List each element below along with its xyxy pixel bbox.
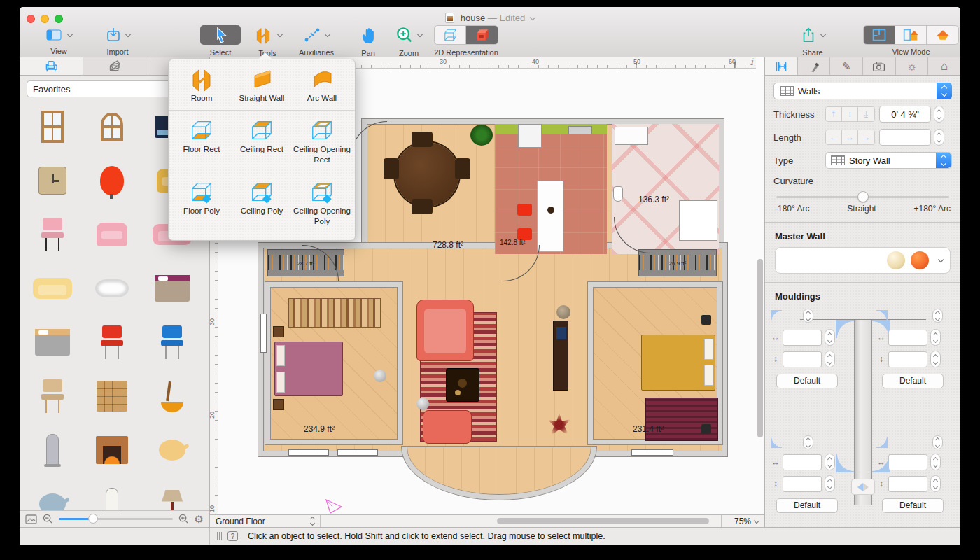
divider-grip[interactable] — [217, 532, 222, 540]
floor-selector[interactable]: Ground Floor — [210, 515, 321, 527]
width-stepper[interactable] — [930, 329, 941, 346]
view-mode-plan-button[interactable] — [864, 26, 895, 44]
help-icon[interactable]: ? — [227, 531, 238, 541]
align-top-button[interactable]: ⤒ — [826, 107, 842, 121]
window-segment[interactable] — [288, 449, 329, 456]
view-button[interactable] — [41, 25, 77, 45]
canvas-vertical-scrollbar[interactable] — [757, 259, 763, 438]
window-segment[interactable] — [631, 449, 673, 456]
tool-arc-wall[interactable]: Arc Wall — [293, 66, 351, 103]
bay-window[interactable] — [402, 447, 596, 500]
length-field[interactable] — [879, 129, 931, 146]
moulding-width-field[interactable] — [888, 330, 927, 346]
library-item-bathtub[interactable] — [83, 261, 143, 315]
toilet[interactable] — [613, 186, 623, 202]
tab-materials[interactable] — [83, 57, 147, 75]
library-item-wooden-bed[interactable] — [22, 315, 83, 369]
auxiliaries-button[interactable] — [298, 25, 335, 45]
kitchen-stool[interactable] — [517, 204, 532, 216]
dining-chair[interactable] — [384, 158, 399, 179]
zoom-button[interactable] — [391, 25, 427, 45]
library-item-arched-window[interactable] — [83, 99, 143, 153]
wall-type-stepper[interactable] — [936, 153, 951, 168]
library-item-shelving-unit[interactable] — [83, 369, 143, 423]
view-mode-3d-button[interactable] — [927, 26, 958, 44]
length-stepper[interactable] — [934, 129, 944, 146]
width-stepper[interactable] — [930, 454, 941, 470]
import-button[interactable] — [100, 25, 135, 45]
default-button[interactable]: Default — [776, 498, 838, 513]
align-bottom-button[interactable]: ⤓ — [858, 107, 874, 121]
library-item-floor-lamp[interactable] — [83, 477, 143, 510]
default-button[interactable]: Default — [882, 374, 944, 388]
tab-building[interactable]: ⌂ — [928, 57, 960, 75]
window-segment[interactable] — [337, 449, 378, 456]
select-button[interactable] — [200, 25, 241, 45]
nightstand[interactable] — [273, 326, 284, 337]
dresser[interactable] — [553, 321, 568, 391]
moulding-height-field[interactable] — [888, 476, 927, 492]
tab-lighting[interactable]: ☼ — [896, 57, 929, 75]
coffee-table[interactable] — [446, 368, 479, 402]
category-select[interactable]: Favorites — [27, 80, 187, 97]
zoom-out-icon[interactable] — [43, 514, 53, 524]
wall-type-select[interactable]: Story Wall — [825, 152, 952, 169]
bathroom-sink-counter[interactable] — [615, 127, 648, 145]
tools-button[interactable] — [248, 25, 287, 45]
thickness-stepper[interactable] — [934, 106, 944, 122]
library-item-glass-door[interactable] — [22, 99, 83, 153]
kitchen-island[interactable] — [537, 181, 564, 252]
plant[interactable] — [470, 125, 493, 146]
height-stepper[interactable] — [930, 351, 941, 368]
moulding-width-field[interactable] — [783, 330, 822, 346]
kitchen-fridge[interactable] — [518, 124, 542, 148]
tab-camera[interactable] — [863, 57, 896, 75]
library-item-blue-jar[interactable] — [22, 477, 83, 510]
bedroom-right-rug[interactable] — [645, 398, 718, 441]
object-type-select[interactable]: Walls — [774, 83, 937, 99]
bedroom-right-bed[interactable] — [641, 335, 715, 391]
mirror-button[interactable] — [851, 479, 875, 495]
canvas-horizontal-scroll-track[interactable] — [321, 515, 721, 527]
library-item-country-chair[interactable] — [22, 369, 83, 423]
library-item-fireplace[interactable] — [83, 423, 143, 477]
tab-edit[interactable]: ✎ — [830, 57, 863, 75]
thumbnail-view-icon[interactable] — [25, 514, 37, 524]
library-item-table-lamp[interactable] — [142, 477, 202, 510]
profile-stepper[interactable] — [932, 309, 943, 323]
width-stepper[interactable] — [825, 454, 835, 470]
default-button[interactable]: Default — [882, 498, 944, 513]
bedroom-left-rug[interactable] — [288, 298, 381, 328]
dining-chair[interactable] — [412, 199, 433, 214]
moulding-height-field[interactable] — [783, 351, 822, 368]
view-mode-split-button[interactable] — [895, 26, 927, 44]
representation-2d-button[interactable] — [466, 26, 498, 44]
extend-right-button[interactable]: → — [858, 130, 874, 144]
height-stepper[interactable] — [825, 351, 835, 368]
tool-ceiling-rect[interactable]: Ceiling Rect — [232, 118, 291, 164]
tool-floor-poly[interactable]: Floor Poly — [172, 179, 231, 226]
auxiliary-marker[interactable] — [323, 497, 344, 514]
library-item-egg-chair[interactable] — [83, 153, 143, 207]
zoom-level-control[interactable]: 75% — [721, 515, 764, 527]
width-stepper[interactable] — [825, 329, 835, 346]
title-chevron-icon[interactable] — [530, 15, 536, 20]
master-wall-select[interactable] — [775, 247, 951, 274]
dining-chair[interactable] — [455, 158, 470, 179]
door[interactable] — [351, 121, 387, 158]
tab-materials-inspector[interactable] — [798, 57, 831, 75]
tool-room[interactable]: Room — [172, 66, 231, 103]
library-item-red-chair[interactable] — [83, 315, 143, 369]
sofa-small[interactable] — [423, 410, 472, 444]
extend-left-button[interactable]: ← — [826, 130, 842, 144]
profile-stepper[interactable] — [803, 435, 813, 449]
library-item-pink-armchair[interactable] — [83, 207, 143, 261]
dining-table[interactable] — [395, 142, 459, 206]
extend-both-button[interactable]: ↔ — [842, 130, 858, 144]
speaker[interactable] — [701, 424, 711, 434]
shower[interactable] — [679, 200, 718, 241]
library-settings-gear-icon[interactable]: ⚙ — [195, 513, 204, 526]
kitchen-sink[interactable] — [568, 126, 592, 134]
library-item-yellow-sofa[interactable] — [22, 261, 83, 315]
default-button[interactable]: Default — [776, 374, 838, 388]
